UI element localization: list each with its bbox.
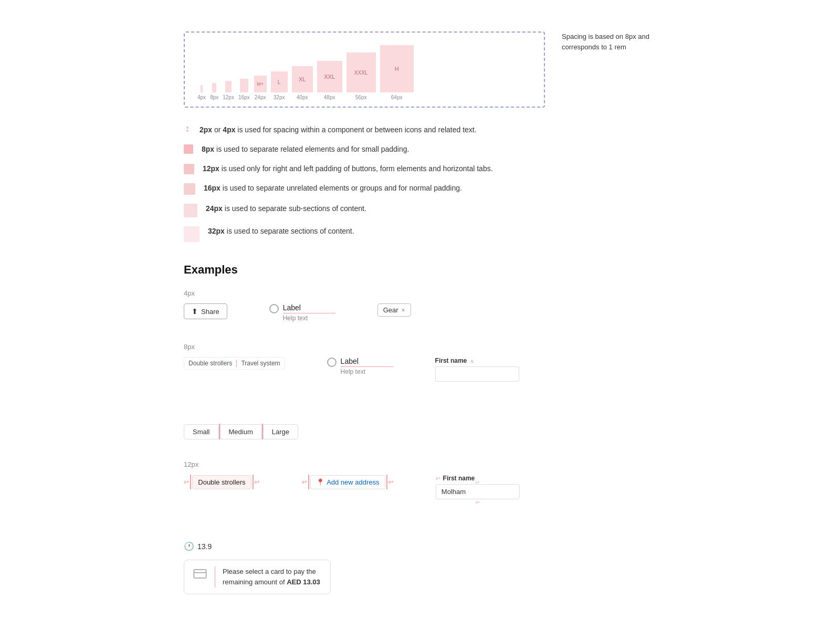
- spacing-diagram: 4px 8px 12px 16px: [184, 32, 545, 108]
- alert-text: Please select a card to pay the remainin…: [223, 566, 322, 587]
- list-item-32px: 32px is used to separate sections of con…: [184, 226, 656, 242]
- marker-top-form: s+: [436, 476, 441, 481]
- radio-row-4px: Label: [269, 303, 335, 313]
- form-input-12px[interactable]: [436, 484, 520, 499]
- list-text-24px: 24px is used to separate sub-sections of…: [206, 203, 366, 214]
- gear-tag: Gear ×: [377, 303, 411, 317]
- radio-circle-8px[interactable]: [327, 358, 337, 367]
- address-chip-example: s+ 📍 Add new address s+: [302, 475, 394, 489]
- radio-row-8px: Label: [327, 357, 393, 367]
- add-address-label: Add new address: [327, 478, 379, 486]
- gear-tag-example: Gear ×: [377, 303, 411, 317]
- list-item-16px: 16px is used to separate unrelated eleme…: [184, 183, 656, 195]
- add-address-chip[interactable]: 📍 Add new address: [310, 475, 385, 489]
- box-m: [240, 79, 248, 92]
- radio-help-4px: Help text: [269, 314, 335, 322]
- marker-right-addr: s+: [388, 479, 394, 485]
- pink-line-left-addr: [308, 475, 309, 489]
- tag-double-strollers: Double strollers: [188, 360, 232, 367]
- marker-below-input: s+: [476, 500, 480, 505]
- list-item-24px: 24px is used to separate sub-sections of…: [184, 203, 656, 217]
- box-xs: [201, 85, 203, 92]
- radio-field-4px: Label Help text: [269, 303, 335, 322]
- example-row-12px: s+ Double strollers s+ s+: [184, 475, 656, 594]
- radio-field-8px: Label Help text: [327, 357, 393, 375]
- seg-large[interactable]: Large: [263, 424, 298, 439]
- alert-card: Please select a card to pay the remainin…: [184, 560, 331, 594]
- seg-small[interactable]: Small: [184, 424, 219, 439]
- radio-label-4px: Label: [283, 303, 335, 313]
- label-l: 32px: [274, 94, 285, 100]
- examples-section: Examples 4px ⬆ Share Label: [184, 263, 656, 594]
- swatch-12px: [184, 164, 194, 174]
- segmented-control: Small Medium Large: [184, 424, 298, 439]
- label-xs: 4px: [197, 94, 206, 100]
- card-icon: [193, 566, 207, 584]
- alert-separator: [215, 566, 215, 587]
- radio-label-text-8px: Label: [341, 357, 359, 365]
- time-display: 🕐 13.9: [184, 541, 331, 551]
- label-splus: 12px: [223, 94, 234, 100]
- example-group-8px: 8px Double strollers Travel system Lab: [184, 343, 656, 439]
- segmented-example: Small Medium Large: [184, 424, 298, 439]
- label-xl: 40px: [297, 94, 308, 100]
- spacing-list: 2px or 4px is used for spacing within a …: [184, 124, 656, 242]
- main-container: 4px 8px 12px 16px: [184, 32, 656, 615]
- form-label-8px: First name s: [435, 357, 519, 364]
- map-pin-icon: 📍: [316, 478, 324, 486]
- form-input-wrapper: s+ s+: [436, 484, 520, 499]
- marker-left-tag: s+: [184, 479, 189, 485]
- tag-separator: [236, 360, 237, 367]
- swatch-8px: [184, 144, 193, 154]
- form-field-8px: First name s: [435, 357, 519, 382]
- swatch-24px: [184, 204, 197, 217]
- list-text-32px: 32px is used to separate sections of con…: [208, 226, 354, 237]
- form-field-12px: s+ First name s+ s+: [436, 475, 520, 499]
- label-h: 64px: [391, 94, 403, 100]
- marker-left-addr: s+: [302, 479, 307, 485]
- form-input-8px[interactable]: [435, 366, 519, 382]
- share-icon: ⬆: [192, 307, 198, 316]
- radio-circle-4px[interactable]: [269, 304, 279, 313]
- box-xl: XL: [292, 66, 313, 92]
- seg-medium[interactable]: Medium: [220, 424, 262, 439]
- form-label-12px: First name: [443, 475, 475, 482]
- tag-pink-example: s+ Double strollers s+: [184, 475, 260, 489]
- pink-line-left-tag: [190, 475, 191, 489]
- list-item-12px: 12px is used only for right and left pad…: [184, 163, 656, 174]
- label-mplus: 24px: [255, 94, 266, 100]
- box-mplus: M+: [254, 76, 267, 92]
- dots-icon: [184, 125, 191, 133]
- tags-group-example: Double strollers Travel system: [184, 357, 285, 370]
- box-splus: [225, 81, 232, 92]
- list-text-12px: 12px is used only for right and left pad…: [203, 163, 493, 174]
- pink-line-right-addr: [386, 475, 387, 489]
- alert-card-wrapper: Please select a card to pay the remainin…: [184, 560, 331, 594]
- spacing-diagram-wrapper: 4px 8px 12px 16px: [184, 32, 656, 108]
- list-item-2px: 2px or 4px is used for spacing within a …: [184, 124, 656, 135]
- box-s: [212, 83, 216, 92]
- swatch-32px: [184, 226, 200, 242]
- spacing-boxes: 4px 8px 12px 16px: [197, 45, 414, 100]
- time-alert-group: 🕐 13.9: [184, 541, 331, 594]
- label-s: 8px: [210, 94, 218, 100]
- list-text-8px: 8px is used to separate related elements…: [202, 144, 409, 155]
- box-h: H: [380, 45, 414, 92]
- label-m: 16px: [238, 94, 250, 100]
- clock-icon: 🕐: [184, 541, 194, 551]
- radio-label-8px: Label: [341, 357, 393, 367]
- svg-rect-0: [194, 570, 206, 578]
- size-label-12px: 12px: [184, 460, 656, 468]
- gear-tag-close[interactable]: ×: [402, 307, 405, 314]
- share-button[interactable]: ⬆ Share: [184, 303, 227, 319]
- spacing-note: Spacing is based on 8px and corresponds …: [562, 32, 656, 52]
- example-group-4px: 4px ⬆ Share Label: [184, 289, 656, 322]
- box-xxxl: XXXL: [346, 52, 376, 92]
- tags-group: Double strollers Travel system: [184, 357, 285, 370]
- gear-tag-label: Gear: [383, 306, 398, 314]
- size-label-8px: 8px: [184, 343, 656, 351]
- marker-above-input: s+: [476, 480, 480, 485]
- pink-line-right-tag: [253, 475, 254, 489]
- examples-title: Examples: [184, 263, 656, 277]
- share-button-example: ⬆ Share: [184, 303, 227, 319]
